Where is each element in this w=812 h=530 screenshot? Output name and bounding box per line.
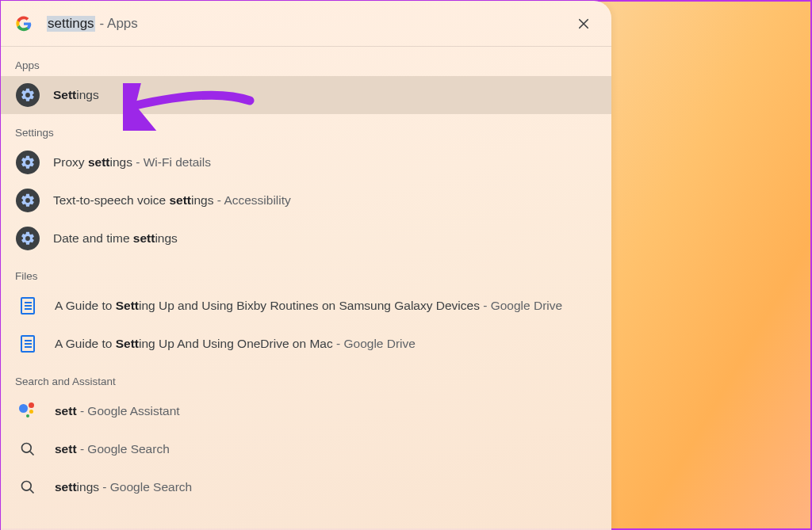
search-context-text: - Apps xyxy=(100,16,138,32)
svg-point-0 xyxy=(22,444,32,453)
result-search-settings[interactable]: settings - Google Search xyxy=(1,468,611,506)
result-date-time-settings[interactable]: Date and time settings xyxy=(1,219,611,257)
result-label: Proxy settings - Wi-Fi details xyxy=(53,154,211,170)
docs-icon xyxy=(18,296,37,315)
search-bar[interactable]: settings - Apps xyxy=(1,1,611,47)
result-label: sett - Google Search xyxy=(55,441,170,457)
result-label: Text-to-speech voice settings - Accessib… xyxy=(53,193,291,208)
result-assistant-sett[interactable]: sett - Google Assistant xyxy=(1,392,611,430)
svg-line-3 xyxy=(30,490,34,494)
result-label: sett - Google Assistant xyxy=(55,403,180,419)
search-input[interactable]: settings - Apps xyxy=(47,16,573,32)
gear-icon xyxy=(15,150,40,175)
search-icon xyxy=(18,478,37,497)
section-label-settings: Settings xyxy=(1,114,611,143)
google-g-icon xyxy=(15,15,33,32)
section-label-files: Files xyxy=(1,257,611,287)
result-label: Date and time settings xyxy=(53,231,178,246)
settings-app-icon xyxy=(15,82,40,108)
svg-point-2 xyxy=(22,482,32,491)
result-label: Settings xyxy=(53,87,99,103)
result-app-settings[interactable]: Settings xyxy=(1,76,611,114)
result-proxy-settings[interactable]: Proxy settings - Wi-Fi details xyxy=(1,143,611,181)
gear-icon xyxy=(15,188,40,213)
search-query-text: settings xyxy=(47,16,95,32)
launcher-search-panel: settings - Apps Apps Settings Settings P… xyxy=(1,1,611,530)
assistant-icon xyxy=(18,402,37,421)
section-label-search-assistant: Search and Assistant xyxy=(1,363,611,392)
docs-icon xyxy=(18,334,37,353)
search-icon xyxy=(18,440,37,459)
close-icon[interactable] xyxy=(573,13,594,34)
result-file-bixby-guide[interactable]: A Guide to Setting Up and Using Bixby Ro… xyxy=(1,287,611,325)
gear-icon xyxy=(15,226,40,251)
result-tts-settings[interactable]: Text-to-speech voice settings - Accessib… xyxy=(1,181,611,219)
result-label: A Guide to Setting Up and Using Bixby Ro… xyxy=(55,298,562,314)
desktop-background: settings - Apps Apps Settings Settings P… xyxy=(0,0,812,530)
result-search-sett[interactable]: sett - Google Search xyxy=(1,430,611,468)
svg-line-1 xyxy=(30,452,34,456)
result-label: settings - Google Search xyxy=(55,479,192,495)
result-label: A Guide to Setting Up And Using OneDrive… xyxy=(55,336,416,352)
section-label-apps: Apps xyxy=(1,47,611,76)
result-file-onedrive-guide[interactable]: A Guide to Setting Up And Using OneDrive… xyxy=(1,325,611,363)
